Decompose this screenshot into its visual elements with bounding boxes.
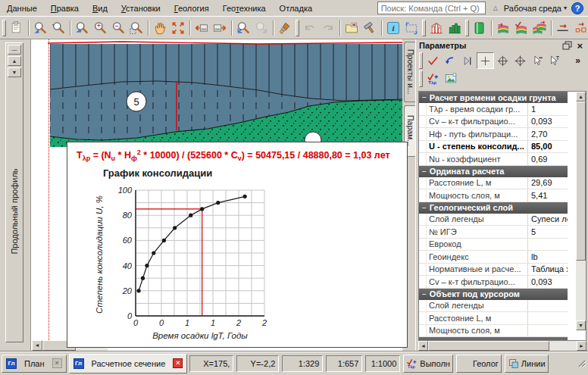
pan-hand-icon[interactable] xyxy=(151,19,169,37)
chart-green-icon[interactable] xyxy=(446,19,464,37)
zoom-target-icon[interactable] xyxy=(49,19,67,37)
parameters-vertical-scrollbar[interactable]: ▲ ▼ xyxy=(576,92,586,330)
collapse-minus-icon[interactable]: − xyxy=(422,290,427,298)
geology-check-icon[interactable] xyxy=(512,19,530,37)
capture-diamond-button[interactable] xyxy=(511,52,529,69)
param-row[interactable]: Тλр - время осадки гр...1 xyxy=(419,103,568,116)
settings-tools-icon[interactable] xyxy=(361,19,379,37)
panel-overflow-icon[interactable]: » xyxy=(569,52,586,69)
frame-select-icon[interactable] xyxy=(402,19,421,37)
collapse-minus-icon[interactable]: − xyxy=(422,204,427,212)
param-section-header[interactable]: −Геологический слой xyxy=(419,202,568,214)
param-row[interactable]: Нормативные и расче...Таблица ха xyxy=(419,264,568,277)
param-row[interactable]: U - степень консолид...85,00 xyxy=(419,141,568,154)
menu-item-4[interactable]: Установки xyxy=(114,2,167,15)
side-tab-1[interactable]: Проекты и... xyxy=(404,42,415,102)
profile-window-bar[interactable]: — ▲ ▼ Продольный профиль xyxy=(5,42,23,342)
param-section-header[interactable]: −Объект под курсором xyxy=(419,289,568,300)
scrollbar-thumb[interactable] xyxy=(428,341,549,351)
param-row[interactable]: № ИГЭ5 xyxy=(419,226,568,239)
param-row[interactable]: Расстояние L, м xyxy=(419,312,568,325)
zoom-out-icon[interactable]: − xyxy=(109,19,127,37)
project-folder-icon[interactable] xyxy=(342,19,361,37)
scroll-right-icon[interactable] xyxy=(211,19,229,37)
geology-button[interactable]: Геолог xyxy=(456,355,502,373)
param-row[interactable]: Нф - путь фильтраци...2,70 xyxy=(419,128,568,141)
menu-item-3[interactable]: Вид xyxy=(86,2,114,15)
param-row[interactable]: Nu - коэффициент0,69 xyxy=(419,153,568,166)
cursor-deselect-button[interactable] xyxy=(529,52,546,69)
revert-button[interactable] xyxy=(442,52,459,69)
param-section-header[interactable]: −Расчет времени осадки грунта xyxy=(419,92,568,103)
scroll-right-arrow[interactable]: ► xyxy=(577,341,586,351)
scroll-left-arrow[interactable]: ◄ xyxy=(32,340,42,351)
param-value[interactable]: 2,70 xyxy=(528,130,568,139)
profile-nodes-icon[interactable] xyxy=(572,19,588,37)
menu-item-5[interactable]: Геология xyxy=(167,2,216,15)
param-value[interactable]: 5,41 xyxy=(528,191,568,200)
scroll-up-button[interactable]: ▲ xyxy=(8,56,21,66)
param-value[interactable]: 0,69 xyxy=(528,155,568,164)
view-tab-2[interactable]: ГлРасчетное сечение× xyxy=(69,354,188,373)
scroll-left-icon[interactable] xyxy=(192,19,211,37)
consolidation-calc-button[interactable]: Тλр xyxy=(424,70,442,87)
scroll-up-arrow[interactable]: ▲ xyxy=(576,92,586,102)
scroll-down-button[interactable]: ▼ xyxy=(8,67,21,77)
collapse-minus-icon[interactable]: − xyxy=(422,93,427,102)
run-calculation-button[interactable]: ТλрВыполн xyxy=(403,355,453,373)
param-value[interactable]: Таблица ха xyxy=(528,264,568,273)
menu-item-2[interactable]: Правка xyxy=(44,2,86,15)
toolbar-grip[interactable] xyxy=(296,20,299,36)
menu-item-1[interactable]: Данные xyxy=(0,2,44,15)
cursor-point-button[interactable]: Т xyxy=(546,52,564,69)
param-row[interactable]: Слой легендыСупеси лес xyxy=(419,214,568,227)
scrollbar-thumb[interactable] xyxy=(576,102,586,261)
param-value[interactable]: 29,69 xyxy=(528,178,568,187)
close-tab-icon[interactable]: × xyxy=(173,358,183,368)
toolbar-grip[interactable] xyxy=(419,70,423,87)
apply-button[interactable] xyxy=(424,52,442,69)
zoom-all-icon[interactable] xyxy=(73,19,91,37)
capture-circle-button[interactable] xyxy=(494,52,511,69)
toolbar-grip[interactable] xyxy=(465,20,469,36)
param-row[interactable]: Cv – к-т фильтрацио...0,093 xyxy=(419,276,568,289)
search-input[interactable] xyxy=(377,2,486,14)
param-row[interactable]: Геоиндексlb xyxy=(419,251,568,264)
param-value[interactable]: 0,093 xyxy=(528,277,568,286)
collapse-bar-button[interactable]: — xyxy=(8,45,21,55)
paste-special-icon[interactable] xyxy=(8,19,26,37)
param-value[interactable]: Супеси лес xyxy=(528,214,568,223)
repaint-brush-icon[interactable] xyxy=(276,19,294,37)
menu-item-6[interactable]: Геотехника xyxy=(216,2,273,15)
param-section-header[interactable]: −Ордината расчета xyxy=(419,166,568,177)
param-value[interactable]: 85,00 xyxy=(528,142,568,151)
param-value[interactable]: 1 xyxy=(528,105,568,114)
cursor-crosshair-button[interactable] xyxy=(477,52,494,69)
parameters-horizontal-scrollbar[interactable]: ◄ ► xyxy=(418,341,586,351)
chart-red-icon[interactable] xyxy=(427,19,446,37)
param-row[interactable]: Расстояние L, м29,69 xyxy=(419,177,568,190)
scroll-down-arrow[interactable]: ▼ xyxy=(576,320,586,330)
resize-grip[interactable] xyxy=(576,358,586,370)
geology-export-icon[interactable] xyxy=(494,19,512,37)
scrollbar-track[interactable] xyxy=(549,341,577,351)
float-window-icon[interactable] xyxy=(562,41,572,50)
param-value[interactable]: lb xyxy=(528,252,568,261)
toolbar-grip[interactable] xyxy=(419,52,423,69)
geology-copy-icon[interactable] xyxy=(530,19,549,37)
collapse-toolbar-icon[interactable]: △ xyxy=(493,5,498,11)
param-value[interactable]: 0,093 xyxy=(528,117,568,126)
zoom-selected-icon[interactable] xyxy=(31,19,49,37)
param-row[interactable]: Еврокод xyxy=(419,239,568,252)
close-tab-icon[interactable]: × xyxy=(52,358,62,368)
close-icon[interactable]: × xyxy=(574,42,585,50)
param-row[interactable]: Мощность слоя, м xyxy=(419,325,568,338)
toolbar-grip[interactable] xyxy=(2,20,6,36)
zoom-in-icon[interactable]: + xyxy=(91,19,109,37)
zoom-extents-icon[interactable] xyxy=(169,19,187,37)
profile-line-icon[interactable] xyxy=(554,19,572,37)
param-row[interactable]: Cv – к-т фильтрацио...0,093 xyxy=(419,116,568,129)
menu-item-7[interactable]: Отладка xyxy=(273,2,319,15)
param-value[interactable]: 5 xyxy=(528,227,568,236)
zoom-window-icon[interactable] xyxy=(127,19,145,37)
